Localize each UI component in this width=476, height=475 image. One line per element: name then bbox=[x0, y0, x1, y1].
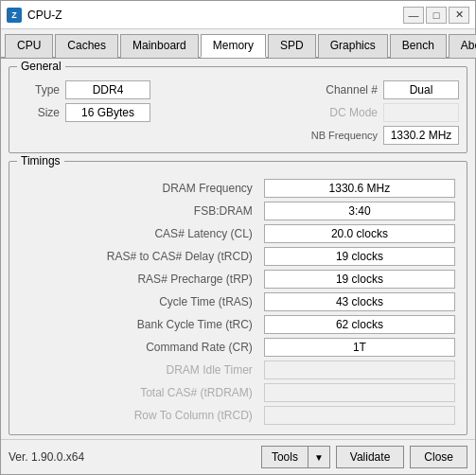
type-row: Type DDR4 bbox=[17, 80, 238, 99]
timings-table: DRAM Frequency1330.6 MHzFSB:DRAM3:40CAS#… bbox=[17, 177, 459, 427]
timings-row-label: Command Rate (CR) bbox=[17, 336, 260, 359]
close-button[interactable]: Close bbox=[410, 446, 467, 468]
timings-group: Timings DRAM Frequency1330.6 MHzFSB:DRAM… bbox=[9, 161, 467, 435]
tab-graphics[interactable]: Graphics bbox=[318, 34, 388, 58]
general-right: Channel # Dual DC Mode NB Frequency 1330… bbox=[238, 80, 460, 145]
timings-row-label: DRAM Idle Timer bbox=[17, 359, 260, 381]
timings-row: RAS# to CAS# Delay (tRCD)19 clocks bbox=[17, 245, 459, 268]
dc-mode-label: DC Mode bbox=[302, 106, 378, 119]
tab-bar: CPU Caches Mainboard Memory SPD Graphics… bbox=[1, 29, 475, 59]
timings-row: DRAM Idle Timer bbox=[17, 359, 459, 381]
tools-dropdown-arrow[interactable]: ▼ bbox=[308, 446, 330, 468]
minimize-button[interactable]: — bbox=[403, 7, 424, 24]
tab-mainboard[interactable]: Mainboard bbox=[120, 34, 199, 58]
timings-row-label: FSB:DRAM bbox=[17, 200, 260, 222]
size-value: 16 GBytes bbox=[65, 103, 150, 122]
timings-row-label: Total CAS# (tRDRAM) bbox=[17, 381, 260, 404]
main-content: General Type DDR4 Size 16 GBytes bbox=[1, 59, 475, 439]
timings-row: CAS# Latency (CL)20.0 clocks bbox=[17, 222, 459, 245]
maximize-button[interactable]: □ bbox=[426, 7, 447, 24]
timings-row-value: 20.0 clocks bbox=[260, 222, 459, 245]
tab-spd[interactable]: SPD bbox=[268, 34, 316, 58]
timings-row-label: Row To Column (tRCD) bbox=[17, 404, 260, 427]
type-label: Type bbox=[17, 83, 60, 97]
nb-freq-label: NB Frequency bbox=[302, 130, 378, 141]
dc-mode-value bbox=[383, 103, 459, 122]
channel-row: Channel # Dual bbox=[238, 80, 460, 99]
timings-row-value: 19 clocks bbox=[260, 268, 459, 290]
timings-row-value bbox=[260, 381, 459, 404]
tab-about[interactable]: About bbox=[449, 34, 476, 58]
nb-freq-value: 1330.2 MHz bbox=[383, 126, 459, 145]
timings-row-label: Bank Cycle Time (tRC) bbox=[17, 313, 260, 336]
version-text: Ver. 1.90.0.x64 bbox=[9, 450, 256, 464]
general-section: Type DDR4 Size 16 GBytes Channel # Dual bbox=[17, 80, 459, 145]
timings-row: DRAM Frequency1330.6 MHz bbox=[17, 177, 459, 200]
app-icon: Z bbox=[7, 8, 22, 23]
timings-row: Row To Column (tRCD) bbox=[17, 404, 459, 427]
general-group: General Type DDR4 Size 16 GBytes bbox=[9, 66, 467, 153]
type-value: DDR4 bbox=[65, 80, 150, 99]
timings-row: Command Rate (CR)1T bbox=[17, 336, 459, 359]
title-text: CPU-Z bbox=[27, 9, 403, 22]
timings-row-value: 1T bbox=[260, 336, 459, 359]
window-controls: — □ ✕ bbox=[403, 7, 469, 24]
nb-freq-row: NB Frequency 1330.2 MHz bbox=[238, 126, 460, 145]
timings-row: Total CAS# (tRDRAM) bbox=[17, 381, 459, 404]
footer: Ver. 1.90.0.x64 Tools ▼ Validate Close bbox=[1, 439, 475, 474]
channel-value: Dual bbox=[383, 80, 459, 99]
tab-bench[interactable]: Bench bbox=[390, 34, 447, 58]
timings-row-value: 3:40 bbox=[260, 200, 459, 222]
timings-row-label: RAS# Precharge (tRP) bbox=[17, 268, 260, 290]
timings-row-value bbox=[260, 359, 459, 381]
timings-row: FSB:DRAM3:40 bbox=[17, 200, 459, 222]
dc-mode-row: DC Mode bbox=[238, 103, 460, 122]
main-window: Z CPU-Z — □ ✕ CPU Caches Mainboard Memor… bbox=[0, 0, 476, 475]
timings-row: Cycle Time (tRAS)43 clocks bbox=[17, 290, 459, 313]
timings-row-value: 62 clocks bbox=[260, 313, 459, 336]
timings-row-value bbox=[260, 404, 459, 427]
tab-caches[interactable]: Caches bbox=[55, 34, 118, 58]
general-left: Type DDR4 Size 16 GBytes bbox=[17, 80, 238, 145]
timings-label: Timings bbox=[17, 154, 64, 167]
timings-row-value: 43 clocks bbox=[260, 290, 459, 313]
general-label: General bbox=[17, 60, 65, 73]
tab-memory[interactable]: Memory bbox=[201, 34, 266, 58]
timings-row-label: DRAM Frequency bbox=[17, 177, 260, 200]
size-label: Size bbox=[17, 106, 60, 119]
timings-row: RAS# Precharge (tRP)19 clocks bbox=[17, 268, 459, 290]
channel-label: Channel # bbox=[302, 83, 378, 97]
timings-row-value: 19 clocks bbox=[260, 245, 459, 268]
title-bar: Z CPU-Z — □ ✕ bbox=[1, 1, 475, 29]
timings-row-label: Cycle Time (tRAS) bbox=[17, 290, 260, 313]
size-row: Size 16 GBytes bbox=[17, 103, 238, 122]
close-window-button[interactable]: ✕ bbox=[449, 7, 469, 24]
tools-group: Tools ▼ bbox=[261, 446, 330, 468]
timings-row: Bank Cycle Time (tRC)62 clocks bbox=[17, 313, 459, 336]
tab-cpu[interactable]: CPU bbox=[5, 34, 53, 58]
timings-row-label: RAS# to CAS# Delay (tRCD) bbox=[17, 245, 260, 268]
validate-button[interactable]: Validate bbox=[336, 446, 404, 468]
tools-button[interactable]: Tools bbox=[261, 446, 308, 468]
timings-row-value: 1330.6 MHz bbox=[260, 177, 459, 200]
timings-row-label: CAS# Latency (CL) bbox=[17, 222, 260, 245]
